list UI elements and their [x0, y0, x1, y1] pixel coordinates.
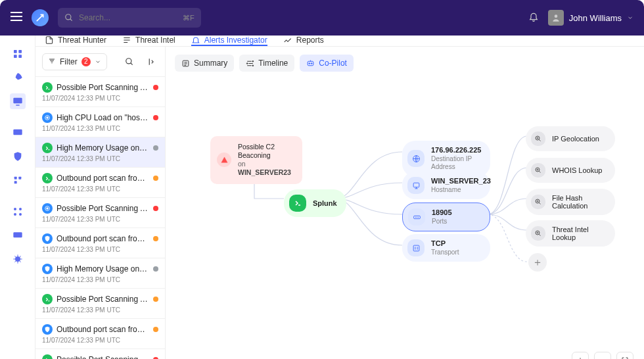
alert-item[interactable]: Possible Port Scanning Activi...11/07/20…	[35, 289, 165, 319]
transport-icon	[407, 239, 425, 256]
alert-item[interactable]: Outbound port scan from "24...11/07/2024…	[35, 228, 165, 258]
svg-rect-3	[18, 50, 22, 53]
left-rail	[0, 36, 35, 359]
search-shortcut: ⌘F	[183, 14, 195, 22]
alert-title: Outbound port scan from "24...	[57, 325, 149, 334]
view-summary[interactable]: Summary	[175, 55, 234, 72]
rail-item-network[interactable]	[10, 204, 26, 220]
svg-point-17	[126, 58, 131, 63]
svg-rect-8	[14, 177, 16, 180]
terminal-icon	[42, 294, 53, 304]
globe-icon	[407, 150, 425, 167]
investigation-canvas[interactable]: SummaryTimelineCo-Pilot	[166, 47, 644, 359]
alert-item[interactable]: High Memory Usage on "serv...11/07/2024 …	[35, 258, 165, 289]
svg-point-13	[14, 213, 16, 216]
tab-alerts-investigator[interactable]: Alerts Investigator	[191, 36, 267, 46]
action-node-threat-intel-lookup[interactable]: Threat Intel Lookup	[526, 220, 615, 247]
svg-point-0	[66, 14, 71, 20]
collapse-sidebar-button[interactable]	[143, 54, 158, 70]
svg-rect-32	[413, 245, 419, 251]
tab-reports[interactable]: Reports	[283, 36, 324, 46]
search-input-wrap[interactable]: ⌘F	[58, 8, 201, 28]
data-node-ports[interactable]: 18905Ports	[402, 203, 490, 231]
alert-item[interactable]: Outbound port scan from "24...11/07/2024…	[35, 168, 165, 198]
severity-dot	[153, 206, 158, 211]
svg-rect-9	[18, 177, 21, 180]
severity-dot	[153, 115, 158, 120]
alert-title: High CPU Load on "host-16"	[57, 113, 149, 122]
rail-item-app[interactable]	[10, 172, 26, 188]
terminal-icon	[42, 82, 53, 93]
alert-title: Possible Port Scanning Activi...	[57, 204, 149, 213]
alert-title: Possible Port Scanning Activi...	[57, 83, 149, 92]
zoom-controls: ＋ −	[572, 352, 633, 359]
alert-timestamp: 11/07/2024 12:33 PM UTC	[42, 185, 158, 193]
rail-item-monitor[interactable]	[10, 93, 26, 109]
svg-point-28	[311, 62, 313, 64]
data-node-transport[interactable]: TCPTransport	[402, 234, 490, 262]
bell-icon[interactable]	[528, 11, 539, 24]
alert-title: Outbound port scan from "24...	[57, 174, 149, 183]
magnify-icon	[531, 132, 545, 146]
rail-item-dashboard[interactable]	[10, 46, 26, 62]
magnify-icon	[531, 163, 545, 178]
view-timeline[interactable]: Timeline	[239, 55, 294, 72]
action-node-file-hash-calculation[interactable]: File Hash Calculation	[526, 189, 615, 215]
zoom-out-button[interactable]: −	[594, 352, 611, 359]
terminal-icon	[42, 354, 53, 359]
source-node[interactable]: Splunk	[284, 189, 346, 217]
svg-rect-15	[13, 232, 22, 237]
action-node-ip-geolocation[interactable]: IP Geolocation	[526, 126, 615, 151]
svg-rect-2	[14, 50, 17, 53]
alert-timestamp: 11/07/2024 12:33 PM UTC	[42, 125, 158, 132]
svg-point-14	[19, 213, 22, 216]
app-logo[interactable]	[32, 9, 49, 26]
severity-dot	[153, 327, 158, 332]
host-icon	[407, 177, 425, 194]
svg-rect-26	[308, 61, 313, 66]
rail-item-server[interactable]	[10, 125, 26, 141]
alert-item[interactable]: Outbound port scan from "24...11/07/2024…	[35, 319, 165, 349]
user-menu[interactable]: John Williams	[548, 10, 633, 26]
svg-rect-5	[18, 55, 22, 58]
alert-item[interactable]: Possible Port Scanning Activi...11/07/20…	[35, 77, 165, 107]
rail-item-rocket[interactable]	[10, 70, 26, 85]
alert-item[interactable]: High CPU Load on "host-16"11/07/2024 12:…	[35, 107, 165, 137]
alert-list: Possible Port Scanning Activi...11/07/20…	[35, 77, 165, 359]
svg-point-24	[247, 62, 248, 64]
alert-sidebar: Filter 2 Possible Port Scanning Activi..…	[35, 47, 166, 359]
view-co-pilot[interactable]: Co-Pilot	[300, 55, 354, 72]
alert-timestamp: 11/07/2024 12:33 PM UTC	[42, 337, 158, 344]
alert-timestamp: 11/07/2024 12:33 PM UTC	[42, 306, 158, 314]
view-switcher: SummaryTimelineCo-Pilot	[175, 55, 354, 72]
tab-threat-intel[interactable]: Threat Intel	[122, 36, 175, 46]
alert-item[interactable]: High Memory Usage on "serv...11/07/2024 …	[35, 137, 165, 168]
svg-point-1	[554, 14, 557, 18]
alert-timestamp: 11/07/2024 12:33 PM UTC	[42, 216, 158, 223]
alert-item[interactable]: Possible Port Scanning Activi...11/07/20…	[35, 349, 165, 359]
rail-item-bug[interactable]	[10, 251, 26, 267]
add-action-button[interactable]: ＋	[528, 253, 547, 272]
shield-icon	[42, 324, 53, 335]
shield-icon	[42, 264, 53, 274]
search-alerts-button[interactable]	[122, 54, 137, 70]
data-node-hostname[interactable]: WIN_SERVER_23Hostname	[402, 172, 490, 199]
svg-rect-4	[14, 55, 17, 58]
action-node-whois-lookup[interactable]: WHOIS Lookup	[526, 158, 615, 183]
root-alert-node[interactable]: Possible C2 Beaconing on WIN_SERVER23	[210, 136, 302, 184]
alert-item[interactable]: Possible Port Scanning Activi...11/07/20…	[35, 198, 165, 228]
port-icon	[408, 208, 425, 226]
filter-button[interactable]: Filter 2	[42, 53, 107, 70]
topbar: ⌘F John Williams	[0, 0, 644, 36]
search-input[interactable]	[79, 13, 177, 22]
zoom-in-button[interactable]: ＋	[572, 352, 589, 359]
menu-icon[interactable]	[11, 12, 22, 24]
svg-rect-10	[14, 181, 16, 183]
alert-timestamp: 11/07/2024 12:33 PM UTC	[42, 155, 158, 162]
svg-rect-7	[13, 130, 22, 135]
tab-threat-hunter[interactable]: Threat Hunter	[45, 36, 106, 46]
fullscreen-button[interactable]	[616, 352, 633, 359]
rail-item-display[interactable]	[10, 227, 26, 243]
rail-item-shield[interactable]	[10, 149, 26, 164]
root-node-title: Possible C2 Beaconing	[238, 143, 293, 160]
